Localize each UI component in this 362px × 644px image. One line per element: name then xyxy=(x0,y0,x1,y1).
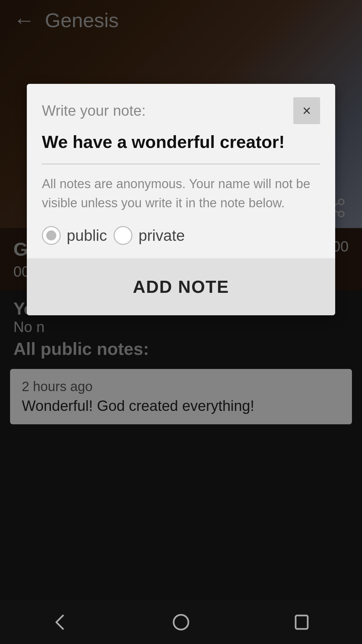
svg-rect-6 xyxy=(296,615,308,629)
add-note-dialog: Write your note: × We have a wonderful c… xyxy=(27,84,335,315)
radio-private[interactable]: private xyxy=(114,226,185,245)
note-input-content[interactable]: We have a wonderful creator! xyxy=(42,131,320,154)
radio-private-circle[interactable] xyxy=(114,226,132,245)
radio-private-label: private xyxy=(138,226,185,245)
add-note-button[interactable]: ADD NOTE xyxy=(27,258,335,315)
nav-back-icon xyxy=(50,612,70,632)
nav-recent-button[interactable] xyxy=(285,609,318,636)
dialog-header: Write your note: × xyxy=(42,97,320,124)
nav-back-button[interactable] xyxy=(44,609,77,636)
visibility-radio-group: public private xyxy=(42,226,320,245)
nav-recent-icon xyxy=(292,612,312,632)
anonymous-info: All notes are anonymous. Your name will … xyxy=(42,174,320,213)
radio-public[interactable]: public xyxy=(42,226,107,245)
bottom-navigation xyxy=(0,600,362,644)
close-button[interactable]: × xyxy=(293,97,320,124)
radio-public-label: public xyxy=(67,226,107,245)
dialog-prompt: Write your note: xyxy=(42,102,146,119)
divider xyxy=(42,164,320,164)
nav-home-button[interactable] xyxy=(164,609,198,636)
radio-public-circle[interactable] xyxy=(42,226,61,245)
svg-point-5 xyxy=(174,615,188,630)
nav-home-icon xyxy=(171,612,191,632)
